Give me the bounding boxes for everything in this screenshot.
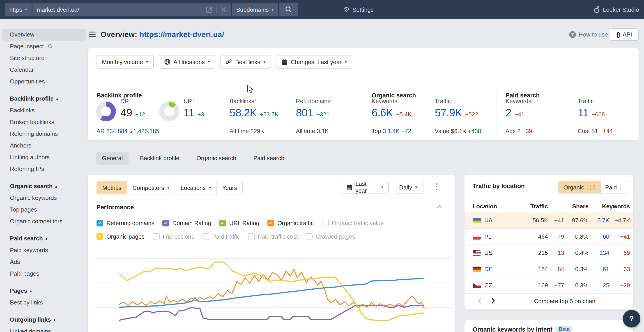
paid-traffic-value[interactable]: 11 (578, 107, 588, 119)
table-row-us[interactable]: US215−130.4%134−69 (464, 245, 633, 261)
checkbox-organic-traffic[interactable]: ✓Organic traffic (268, 220, 314, 226)
settings-button[interactable]: ⚙ Settings (344, 0, 374, 19)
keywords-value[interactable]: 134 (588, 250, 609, 256)
sidebar-item-opportunities[interactable]: Opportunities (0, 76, 88, 88)
info-icon[interactable]: i (532, 97, 533, 102)
ar-value[interactable]: 834,884 (106, 128, 128, 134)
target-link[interactable]: https://market-dveri.ua/ (139, 30, 224, 39)
checkbox-organic-pages[interactable]: ✓Organic pages (96, 233, 144, 240)
sidebar-item-backlinks[interactable]: Backlinks (0, 105, 88, 116)
keywords-value[interactable]: 25 (588, 282, 609, 289)
paid-keywords-value[interactable]: 2 (506, 107, 512, 119)
looker-studio-button[interactable]: Looker Studio (594, 0, 639, 19)
toggle-paid[interactable]: Paid 1 (600, 181, 627, 193)
open-external-icon[interactable] (206, 6, 212, 13)
tab-general[interactable]: General (96, 152, 129, 165)
filter-all-locations[interactable]: All locations▾ (158, 55, 215, 68)
filter-changes-last-year[interactable]: Changes: Last year▾ (276, 55, 352, 68)
clear-icon[interactable] (221, 7, 226, 12)
table-row-de[interactable]: DE184−840.3%61−63 (464, 261, 633, 278)
sidebar-item-overview[interactable]: Overview (0, 29, 88, 40)
filter-best-links[interactable]: Best links▾ (220, 55, 271, 68)
sidebar-section-organic-search[interactable]: Organic search▲ (0, 180, 88, 192)
sidebar-item-ads[interactable]: Ads (0, 256, 88, 268)
info-icon[interactable]: i (452, 97, 452, 102)
help-circle-icon: ? (569, 31, 576, 38)
tab-organic-search[interactable]: Organic search (190, 152, 242, 165)
period-dropdown[interactable]: Last year ▾ (341, 181, 389, 194)
sidebar-item-site-structure[interactable]: Site structure (0, 52, 88, 64)
checkbox-paid-traffic[interactable]: Paid traffic (202, 233, 240, 240)
granularity-dropdown[interactable]: Daily ▾ (394, 181, 424, 194)
toggle-organic[interactable]: Organic 116 (559, 181, 600, 193)
info-icon[interactable]: i (331, 97, 332, 102)
sidebar-item-anchors[interactable]: Anchors (0, 140, 88, 152)
tab-backlink-profile[interactable]: Backlink profile (134, 152, 185, 165)
organic-keywords-value[interactable]: 6.6K (372, 107, 393, 119)
traffic-value: 215 (524, 250, 548, 256)
checkbox-impressions[interactable]: Impressions (153, 233, 194, 240)
sidebar-item-referring-ips[interactable]: Referring IPs (0, 163, 88, 175)
filter-monthly-volume[interactable]: Monthly volume▾ (96, 55, 154, 68)
sidebar-item-top-pages[interactable]: Top pages (0, 204, 88, 216)
how-to-use-button[interactable]: ? How to use (569, 31, 608, 38)
api-button[interactable]: {} API (610, 28, 638, 40)
ref-domains-value[interactable]: 801 (296, 107, 313, 119)
protocol-dropdown[interactable]: https ▾ (5, 3, 31, 16)
sidebar-item-page-inspect[interactable]: Page inspect (0, 40, 88, 52)
collapse-section-button[interactable] (436, 204, 442, 209)
table-row-pl[interactable]: PL464+90.8%60−41 (464, 229, 633, 245)
table-row-cz[interactable]: CZ169−770.3%25−29 (464, 278, 633, 294)
compare-top5-link[interactable]: Compare top 5 on chart (500, 298, 630, 304)
backlinks-value[interactable]: 58.2K (230, 107, 256, 119)
checkbox-organic-traffic-value[interactable]: Organic traffic value (322, 220, 384, 226)
next-page-button[interactable] (486, 294, 500, 308)
search-button[interactable] (279, 3, 298, 16)
sidebar-section-pages[interactable]: Pages▲ (0, 285, 88, 297)
sidebar-item-organic-competitors[interactable]: Organic competitors (0, 216, 88, 227)
keywords-value[interactable]: 61 (588, 266, 609, 272)
keywords-value[interactable]: 60 (588, 233, 609, 240)
menu-toggle-button[interactable] (89, 32, 96, 37)
mode-dropdown[interactable]: Subdomains ▾ (232, 3, 278, 16)
checkbox-url-rating[interactable]: ✓URL Rating (219, 220, 259, 226)
organic-traffic-value[interactable]: 57.9K (435, 107, 462, 119)
sidebar-item-best-by-links[interactable]: Best by links (0, 297, 88, 308)
organic-paid-toggle: Organic 116 Paid 1 (558, 181, 627, 194)
checkbox-domain-rating[interactable]: ✓Domain Rating (162, 220, 211, 226)
sidebar-item-referring-domains[interactable]: Referring domains (0, 128, 88, 140)
calendar-icon (346, 184, 352, 190)
sidebar-item-linking-authors[interactable]: Linking authors (0, 152, 88, 163)
checkbox-paid-traffic-cost[interactable]: Paid traffic cost (248, 233, 298, 240)
segment-locations[interactable]: Locations▾ (175, 181, 216, 194)
segment-competitors[interactable]: Competitors▾ (127, 181, 175, 194)
sidebar-section-paid-search[interactable]: Paid search▲ (0, 233, 88, 244)
performance-line-chart[interactable] (95, 251, 452, 332)
sidebar-item-linked-domains[interactable]: Linked domains (0, 326, 88, 332)
table-row-ua[interactable]: UA56.5K+4197.6%5.7K−4.7K (464, 212, 633, 229)
segment-metrics[interactable]: Metrics (97, 181, 127, 194)
sidebar-section-backlink-profile[interactable]: Backlink profile▲ (0, 93, 88, 105)
sidebar-item-organic-keywords[interactable]: Organic keywords (0, 192, 88, 204)
sidebar-item-paid-pages[interactable]: Paid pages (0, 268, 88, 280)
help-fab-button[interactable]: ? (623, 310, 640, 328)
sidebar-item-calendar[interactable]: Calendar (0, 64, 88, 76)
prev-page-button[interactable] (473, 294, 486, 308)
info-icon[interactable]: i (594, 97, 596, 102)
checkbox-crawled-pages[interactable]: Crawled pages (306, 233, 355, 240)
info-icon[interactable]: i (398, 97, 399, 102)
info-icon[interactable]: i (255, 97, 256, 102)
sidebar-section-outgoing-links[interactable]: Outgoing links▲ (0, 314, 88, 326)
target-input[interactable]: market-dveri.ua/ (32, 3, 231, 16)
segment-years[interactable]: Years (216, 181, 242, 194)
more-options-button[interactable]: ⋮ (433, 182, 440, 191)
info-icon[interactable]: i (130, 97, 131, 102)
checkbox-referring-domains[interactable]: ✓Referring domains (96, 220, 154, 226)
keywords-value[interactable]: 5.7K (588, 217, 609, 224)
tab-paid-search[interactable]: Paid search (248, 152, 290, 165)
flag-ua-icon (473, 218, 481, 223)
triangle-up-icon: ▲ (56, 97, 59, 101)
sidebar-item-paid-keywords[interactable]: Paid keywords (0, 244, 88, 256)
info-icon[interactable]: i (193, 97, 194, 102)
sidebar-item-broken-backlinks[interactable]: Broken backlinks (0, 116, 88, 128)
